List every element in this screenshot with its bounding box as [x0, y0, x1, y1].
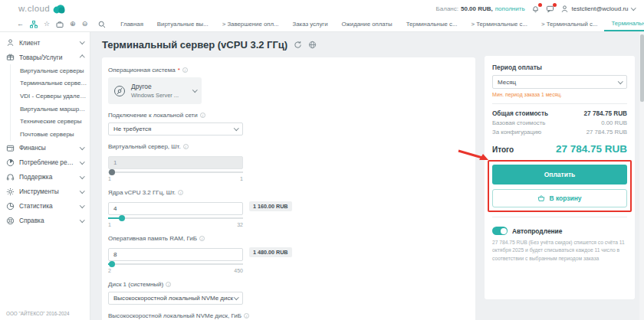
notifications-bell-icon[interactable]	[531, 5, 540, 13]
user-icon	[560, 5, 569, 13]
tab-awaiting-payment[interactable]: Ожидание оплаты	[335, 17, 399, 31]
slider-handle[interactable]	[119, 215, 125, 221]
cpu-input[interactable]	[108, 202, 243, 215]
slider-min: 1	[108, 222, 111, 227]
sidebar-item-technical-servers[interactable]: Технические серверы	[18, 115, 90, 128]
pay-button[interactable]: Оплатить	[492, 165, 627, 184]
payment-period-select[interactable]: Месяц	[492, 75, 627, 89]
chevron-down-icon	[80, 217, 84, 222]
sitemap-icon[interactable]	[30, 21, 38, 28]
slider-max: 450	[234, 268, 243, 273]
tab-order-service[interactable]: Заказ услуги	[286, 17, 335, 31]
sidebar-item-mail-servers[interactable]: Почтовые серверы	[18, 128, 90, 141]
tab-home[interactable]: Главная	[113, 17, 150, 31]
main-area: Терминальный сервер (vCPU 3.2 ГГц) Опера…	[90, 32, 644, 320]
total-row: Итого 27 784.75 RUB	[492, 143, 627, 155]
notification-dot	[538, 3, 542, 7]
slider-handle[interactable]	[109, 261, 115, 267]
order-summary-panel: Период оплаты Месяц Мин. период заказа 1…	[485, 56, 635, 299]
disk1-label: Диск 1 (системный)i	[108, 281, 469, 288]
sidebar-item-vdi[interactable]: VDI - Серверы удаленн...	[18, 90, 90, 103]
sidebar-item-virtual-routers[interactable]: Виртуальные маршрут...	[18, 103, 90, 116]
user-email: testclient@wcloud.ru	[572, 5, 629, 12]
total-label: Итого	[492, 145, 514, 154]
chevron-down-icon	[192, 87, 197, 92]
star-icon[interactable]: ☆	[44, 21, 50, 28]
balance-label: Баланс:	[436, 5, 458, 12]
tab-terminal-servers-1[interactable]: Терминальные с...	[399, 17, 465, 31]
search-icon[interactable]	[98, 21, 106, 28]
cpu-slider[interactable]	[108, 214, 243, 221]
cpu-label: Ядра vCPU 3.2 ГГц, Шт.i	[108, 189, 469, 196]
sidebar-item-terminal-servers[interactable]: Терминальные серверы	[18, 77, 90, 90]
tab-payment-complete[interactable]: > Завершение опл...	[215, 17, 286, 31]
tab-virtual-servers[interactable]: Виртуальные вы...	[150, 17, 215, 31]
headset-icon	[6, 173, 15, 181]
slider-handle[interactable]	[109, 169, 115, 175]
sidebar-item-client[interactable]: Клиент	[0, 35, 90, 50]
summary-row-base-cost: Базовая стоимость0.00 RUB	[492, 119, 627, 126]
sidebar-item-statistics[interactable]: Статистика	[0, 199, 90, 214]
copyright: ООО "АЙТЕКСО" 2016-2024	[6, 311, 69, 316]
info-icon[interactable]: i	[200, 113, 205, 118]
chevron-down-icon	[234, 295, 238, 299]
globe-icon[interactable]	[308, 41, 317, 49]
user-menu[interactable]: testclient@wcloud.ru	[560, 5, 635, 13]
lan-select[interactable]: Не требуется	[108, 122, 243, 136]
scrollbar-thumb[interactable]	[640, 34, 644, 102]
add-to-cart-button[interactable]: В корзину	[492, 189, 627, 207]
slider-min: 2	[108, 268, 111, 273]
server-qty-slider	[108, 168, 243, 175]
cloud-logo-icon	[52, 4, 65, 14]
ram-price-badge: 1 480.00 RUB	[249, 247, 292, 257]
sidebar-item-virtual-servers[interactable]: Виртуальные серверы	[18, 64, 90, 77]
tab-terminal-server-3[interactable]: > Терминальный с...	[534, 17, 605, 31]
zoom-in-icon[interactable]: ⊕	[70, 21, 76, 28]
messages-chat-icon[interactable]	[546, 5, 554, 13]
briefcase-icon[interactable]	[56, 21, 64, 28]
topup-link[interactable]: пополнить	[495, 5, 525, 12]
ram-slider[interactable]	[108, 260, 243, 267]
gift-box-icon	[6, 53, 15, 61]
sidebar-item-resource-usage[interactable]: Потребление ресурсов	[0, 155, 90, 170]
logo-text: w.cloud	[18, 4, 50, 13]
sidebar-item-finance[interactable]: Финансы	[0, 141, 90, 155]
action-buttons: Оплатить В корзину	[492, 165, 627, 207]
sidebar: Клиент Товары/Услуги Виртуальные серверы…	[0, 32, 90, 320]
basket-icon	[537, 194, 545, 202]
info-icon[interactable]: i	[199, 236, 205, 241]
info-icon[interactable]: i	[182, 67, 188, 73]
autorenew-toggle[interactable]	[492, 227, 508, 235]
chevron-down-icon	[80, 203, 84, 207]
help-icon	[6, 217, 15, 225]
os-option-subtitle: Windows Server ...	[131, 92, 188, 99]
slider-max: 32	[237, 222, 243, 227]
pie-chart-icon	[6, 202, 15, 211]
ram-input[interactable]	[108, 248, 243, 261]
sidebar-item-products[interactable]: Товары/Услуги	[0, 50, 90, 64]
back-arrow-icon[interactable]: ←	[17, 21, 24, 28]
info-icon[interactable]: i	[178, 190, 183, 195]
sidebar-item-help[interactable]: Справка	[0, 214, 90, 228]
info-icon[interactable]: i	[166, 282, 171, 287]
info-icon[interactable]: i	[183, 144, 189, 149]
zoom-out-icon[interactable]: ⊖	[82, 21, 88, 28]
tab-terminal-servers-2[interactable]: > Терминальные с...	[464, 17, 534, 31]
tab-terminal-server-active[interactable]: Терминальный с... ×	[604, 17, 644, 31]
chevron-down-icon	[234, 126, 238, 130]
sidebar-item-tools[interactable]: Инструменты	[0, 184, 90, 199]
sidebar-item-support[interactable]: Поддержка	[0, 170, 90, 184]
chevron-down-icon	[631, 5, 636, 10]
gear-icon	[6, 188, 15, 196]
cpu-price-badge: 1 160.00 RUB	[249, 201, 292, 211]
info-icon[interactable]: i	[244, 313, 249, 318]
chevron-down-icon	[80, 145, 84, 149]
total-value: 27 784.75 RUB	[556, 143, 627, 155]
configuration-card: Операционная система*i Другое Windows Se…	[102, 57, 475, 320]
payment-period-label: Период оплаты	[492, 64, 627, 71]
refresh-icon[interactable]	[294, 41, 302, 49]
os-select[interactable]: Другое Windows Server ...	[108, 77, 202, 104]
disk1-select[interactable]: Высокоскоростной локальный NVMe диск	[108, 292, 243, 305]
chevron-down-icon	[80, 159, 84, 164]
logo[interactable]: w.cloud	[18, 4, 65, 14]
